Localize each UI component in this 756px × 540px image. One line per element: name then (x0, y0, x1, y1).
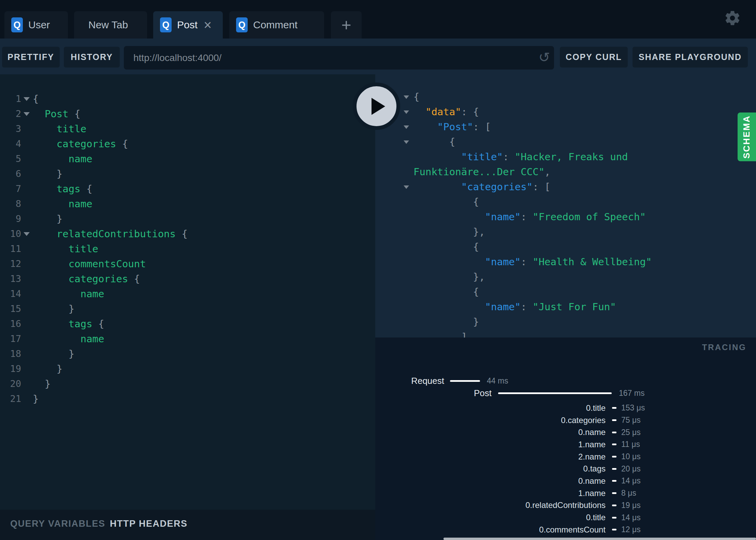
resolver-path: 0.name (375, 427, 606, 437)
settings-gear-icon[interactable] (724, 10, 741, 27)
code-token: } (33, 393, 39, 405)
code-token: "Health & Wellbeing" (533, 256, 652, 268)
gutter-fold-slot (21, 391, 33, 406)
code-token: categories (69, 273, 128, 285)
fold-arrow-icon[interactable] (24, 97, 30, 101)
resolver-path: 0.title (375, 403, 606, 413)
code-token: } (57, 363, 62, 375)
code-token: "name" (485, 301, 521, 313)
schema-tab-button[interactable]: SCHEMA (738, 112, 756, 161)
resolver-duration-text: 11 μs (621, 440, 640, 449)
close-tab-icon[interactable]: × (204, 20, 212, 30)
tab-label: Comment (253, 19, 297, 31)
gutter-fold-slot (21, 286, 33, 301)
tracing-panel: TRACING Request44 msPost167 ms 0.title15… (375, 338, 756, 540)
code-token: } (473, 316, 479, 328)
code-token: : (521, 211, 533, 223)
gutter-fold-slot (375, 149, 413, 164)
fold-arrow-icon[interactable] (24, 112, 30, 116)
code-token: relatedContributions (57, 228, 176, 240)
code-token: name (81, 333, 104, 345)
code-text: } (33, 211, 62, 226)
copy-curl-button[interactable]: COPY CURL (560, 47, 628, 68)
code-token: title (57, 123, 86, 135)
code-text: Funktionäre...Der CCC", (413, 164, 551, 179)
line-number: 2 (0, 106, 21, 121)
gutter-fold-slot (375, 179, 413, 194)
code-token: { (473, 286, 479, 298)
editor-footer: QUERY VARIABLES HTTP HEADERS (0, 510, 375, 540)
response-line: "name": "Just For Fun" (375, 299, 756, 314)
fold-arrow-icon[interactable] (404, 95, 409, 99)
code-text: } (413, 314, 479, 329)
fold-arrow-icon[interactable] (404, 185, 409, 189)
query-editor[interactable]: 1{2 Post {3 title4 categories {5 name6 }… (0, 74, 375, 510)
horizontal-scrollbar[interactable] (444, 538, 756, 540)
response-line: } (375, 314, 756, 329)
code-text: categories { (33, 271, 140, 286)
code-token: categories (57, 138, 116, 150)
code-token: : { (461, 106, 479, 118)
top-bar: QUserNew TabQPost×QComment+ (0, 0, 756, 39)
gutter-fold-slot (375, 209, 413, 224)
fold-arrow-icon[interactable] (404, 125, 409, 129)
query-line: 7 tags { (0, 181, 375, 196)
query-variables-tab[interactable]: QUERY VARIABLES (10, 519, 105, 529)
code-token: { (92, 318, 104, 330)
code-text: relatedContributions { (33, 226, 188, 241)
gutter-fold-slot (21, 301, 33, 316)
reload-schema-icon[interactable]: ↺ (538, 49, 550, 65)
query-line: 13 categories { (0, 271, 375, 286)
span-label: Request (375, 376, 444, 386)
history-button[interactable]: HISTORY (64, 47, 120, 68)
code-token: "data" (425, 106, 461, 118)
endpoint-url-box: ↺ (124, 46, 554, 70)
line-number: 10 (0, 226, 21, 241)
response-line: }, (375, 224, 756, 239)
play-icon (372, 98, 385, 115)
execute-query-button[interactable] (353, 82, 400, 130)
response-line: { (375, 194, 756, 209)
code-text: { (413, 89, 419, 104)
code-token: { (413, 91, 419, 103)
code-token: { (69, 108, 81, 120)
new-tab-button[interactable]: + (331, 11, 362, 39)
code-token: "Just For Fun" (533, 301, 616, 313)
tracing-resolver-row: 0.name25 μs (375, 426, 756, 438)
fold-arrow-icon[interactable] (24, 232, 30, 236)
http-headers-tab[interactable]: HTTP HEADERS (110, 519, 188, 529)
share-playground-button[interactable]: SHARE PLAYGROUND (633, 47, 748, 68)
gutter-fold-slot (375, 164, 413, 179)
code-text: title (33, 121, 86, 136)
resolver-path: 1.name (375, 440, 606, 449)
code-token: , (544, 166, 550, 178)
code-text: "name": "Just For Fun" (413, 299, 616, 314)
query-line: 21} (0, 391, 375, 406)
code-token: : (521, 301, 533, 313)
tracing-resolver-row: 0.title153 μs (375, 402, 756, 414)
response-viewer: { "data": { "Post": [ { "title": "Hacker… (375, 74, 756, 338)
resolver-duration-bar (612, 480, 616, 482)
resolver-path: 0.categories (375, 416, 606, 425)
tab-new-tab[interactable]: New Tab (74, 11, 147, 39)
tab-user[interactable]: QUser (4, 11, 68, 39)
code-token: } (57, 213, 62, 225)
code-text: name (33, 331, 104, 346)
tab-label: User (28, 19, 50, 31)
fold-arrow-icon[interactable] (404, 140, 409, 144)
query-line: 18 } (0, 346, 375, 361)
response-line: { (375, 134, 756, 149)
code-text: } (33, 301, 74, 316)
endpoint-url-input[interactable] (124, 46, 554, 70)
tab-post[interactable]: QPost× (153, 11, 223, 39)
code-text: tags { (33, 181, 92, 196)
prettify-button[interactable]: PRETTIFY (2, 47, 60, 68)
resolver-duration-bar (612, 517, 616, 519)
code-text: } (33, 346, 74, 361)
code-token: : (521, 256, 533, 268)
tab-comment[interactable]: QComment (229, 11, 324, 39)
code-token: "Hacker, Freaks und (515, 151, 628, 163)
fold-arrow-icon[interactable] (404, 110, 409, 114)
resolver-duration-text: 20 μs (621, 464, 641, 474)
line-number: 6 (0, 166, 21, 181)
